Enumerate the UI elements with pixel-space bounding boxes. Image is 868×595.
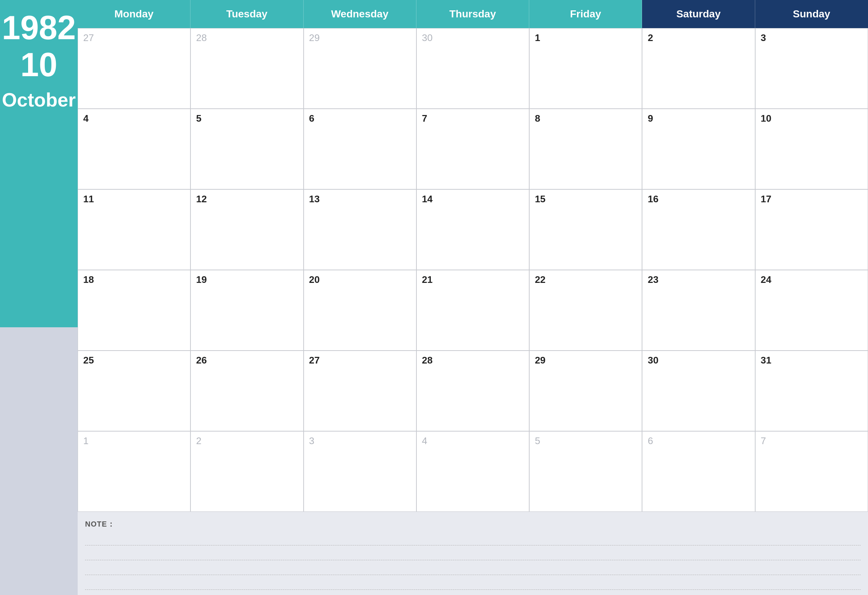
day-cell: 4 xyxy=(416,431,529,512)
day-cell: 2 xyxy=(190,431,303,512)
day-cell: 29 xyxy=(529,351,642,431)
day-cell: 28 xyxy=(190,28,303,109)
day-cell: 30 xyxy=(416,28,529,109)
day-cell: 10 xyxy=(755,109,868,189)
day-cell: 5 xyxy=(529,431,642,512)
day-cell: 27 xyxy=(304,351,416,431)
day-cell: 18 xyxy=(78,270,190,351)
header-wednesday: Wednesday xyxy=(304,0,416,28)
day-cell: 4 xyxy=(78,109,190,189)
day-cell: 14 xyxy=(416,189,529,270)
day-cell: 26 xyxy=(190,351,303,431)
day-cell: 7 xyxy=(416,109,529,189)
header-friday: Friday xyxy=(529,0,642,28)
day-cell: 3 xyxy=(304,431,416,512)
day-cell: 23 xyxy=(642,270,755,351)
day-cell: 28 xyxy=(416,351,529,431)
sidebar-month-name: October xyxy=(2,89,75,111)
header-monday: Monday xyxy=(78,0,190,28)
day-cell: 24 xyxy=(755,270,868,351)
day-cell: 15 xyxy=(529,189,642,270)
day-cell: 3 xyxy=(755,28,868,109)
notes-section: NOTE： xyxy=(78,512,868,595)
day-cell: 12 xyxy=(190,189,303,270)
day-cell: 31 xyxy=(755,351,868,431)
day-cell: 13 xyxy=(304,189,416,270)
day-cell: 1 xyxy=(529,28,642,109)
day-cell: 21 xyxy=(416,270,529,351)
day-cell: 2 xyxy=(642,28,755,109)
calendar-grid: 27 28 29 30 1 2 3 4 5 6 7 8 9 10 11 12 1… xyxy=(78,28,868,512)
day-cell: 29 xyxy=(304,28,416,109)
notes-line-3 xyxy=(85,562,861,575)
calendar-main: Monday Tuesday Wednesday Thursday Friday… xyxy=(78,0,868,595)
sidebar-year: 1982 xyxy=(2,11,76,44)
day-cell: 17 xyxy=(755,189,868,270)
day-cell: 9 xyxy=(642,109,755,189)
header-thursday: Thursday xyxy=(416,0,529,28)
day-cell: 5 xyxy=(190,109,303,189)
day-cell: 6 xyxy=(304,109,416,189)
day-cell: 22 xyxy=(529,270,642,351)
day-cell: 7 xyxy=(755,431,868,512)
notes-line-4 xyxy=(85,576,861,590)
day-cell: 27 xyxy=(78,28,190,109)
notes-line-1 xyxy=(85,532,861,545)
day-cell: 6 xyxy=(642,431,755,512)
header-tuesday: Tuesday xyxy=(190,0,303,28)
notes-label: NOTE： xyxy=(85,519,861,529)
header-sunday: Sunday xyxy=(755,0,868,28)
day-cell: 25 xyxy=(78,351,190,431)
calendar-wrapper: 1982 10 October Monday Tuesday Wednesday… xyxy=(0,0,868,595)
header-saturday: Saturday xyxy=(642,0,755,28)
day-cell: 11 xyxy=(78,189,190,270)
sidebar-month-num: 10 xyxy=(20,48,57,81)
day-cell: 1 xyxy=(78,431,190,512)
day-cell: 8 xyxy=(529,109,642,189)
day-cell: 20 xyxy=(304,270,416,351)
sidebar: 1982 10 October xyxy=(0,0,78,595)
day-cell: 16 xyxy=(642,189,755,270)
day-cell: 19 xyxy=(190,270,303,351)
calendar-header: Monday Tuesday Wednesday Thursday Friday… xyxy=(78,0,868,28)
notes-line-2 xyxy=(85,547,861,560)
day-cell: 30 xyxy=(642,351,755,431)
